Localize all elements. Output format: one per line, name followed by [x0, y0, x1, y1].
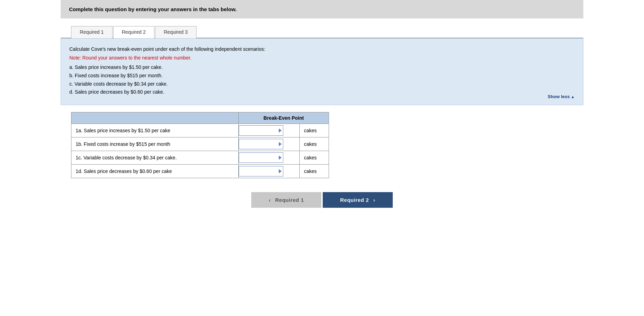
- row-1d-unit: cakes: [300, 165, 329, 178]
- row-1d-input-group: [239, 166, 299, 176]
- row-1a-arrow-icon: [277, 125, 283, 136]
- row-1c-input-cell: [239, 151, 300, 165]
- row-1c-input[interactable]: [239, 152, 277, 163]
- question-area: Calculate Cove's new break-even point un…: [61, 38, 583, 105]
- row-1c-arrow-icon: [277, 152, 283, 163]
- next-button-label: Required 2: [340, 197, 369, 203]
- question-item-c: c. Variable costs decrease by $0.34 per …: [69, 80, 575, 88]
- table-row: 1b. Fixed costs increase by $515 per mon…: [71, 137, 329, 151]
- header-banner: Complete this question by entering your …: [61, 0, 583, 18]
- row-1c-unit: cakes: [300, 151, 329, 165]
- row-1a-input[interactable]: [239, 125, 277, 136]
- instruction-text: Complete this question by entering your …: [69, 6, 237, 12]
- row-1a-input-group: [239, 125, 299, 136]
- row-1b-unit: cakes: [300, 137, 329, 151]
- row-1d-arrow-icon: [277, 166, 283, 176]
- next-button[interactable]: Required 2 ›: [323, 192, 393, 208]
- row-1c-label: 1c. Variable costs decrease by $0.34 per…: [71, 151, 239, 165]
- table-container: Break-Even Point 1a. Sales price increas…: [61, 112, 583, 178]
- tab-required-3[interactable]: Required 3: [155, 26, 197, 38]
- row-1a-unit: cakes: [300, 124, 329, 137]
- question-item-b: b. Fixed costs increase by $515 per mont…: [69, 72, 575, 80]
- row-1b-input-cell: [239, 137, 300, 151]
- row-1a-input-cell: [239, 124, 300, 137]
- prev-button[interactable]: ‹ Required 1: [251, 192, 321, 208]
- tab-required-2[interactable]: Required 2: [113, 26, 155, 38]
- question-item-d: d. Sales price decreases by $0.60 per ca…: [69, 88, 575, 96]
- question-item-a: a. Sales price increases by $1.50 per ca…: [69, 63, 575, 72]
- row-1d-input[interactable]: [239, 166, 277, 176]
- row-1c-input-group: [239, 152, 299, 163]
- page-wrapper: Complete this question by entering your …: [61, 0, 583, 215]
- row-1b-input-group: [239, 139, 299, 149]
- table-header-empty: [71, 112, 239, 124]
- tab-required-1[interactable]: Required 1: [71, 26, 113, 38]
- question-note: Note: Round your answers to the nearest …: [69, 55, 575, 61]
- question-main-text: Calculate Cove's new break-even point un…: [69, 46, 575, 53]
- tabs-container: Required 1 Required 2 Required 3: [61, 25, 583, 38]
- table-row: 1d. Sales price decreases by $0.60 per c…: [71, 165, 329, 178]
- break-even-table: Break-Even Point 1a. Sales price increas…: [71, 112, 329, 178]
- nav-buttons: ‹ Required 1 Required 2 ›: [61, 189, 583, 215]
- table-header-break-even: Break-Even Point: [239, 112, 329, 124]
- prev-chevron-icon: ‹: [269, 197, 271, 203]
- row-1d-label: 1d. Sales price decreases by $0.60 per c…: [71, 165, 239, 178]
- row-1b-label: 1b. Fixed costs increase by $515 per mon…: [71, 137, 239, 151]
- row-1d-input-cell: [239, 165, 300, 178]
- table-row: 1a. Sales price increases by $1.50 per c…: [71, 124, 329, 137]
- table-row: 1c. Variable costs decrease by $0.34 per…: [71, 151, 329, 165]
- show-less-link[interactable]: Show less: [547, 94, 575, 99]
- next-chevron-icon: ›: [373, 197, 375, 203]
- prev-button-label: Required 1: [275, 197, 304, 203]
- row-1b-input[interactable]: [239, 139, 277, 149]
- row-1a-label: 1a. Sales price increases by $1.50 per c…: [71, 124, 239, 137]
- row-1b-arrow-icon: [277, 139, 283, 149]
